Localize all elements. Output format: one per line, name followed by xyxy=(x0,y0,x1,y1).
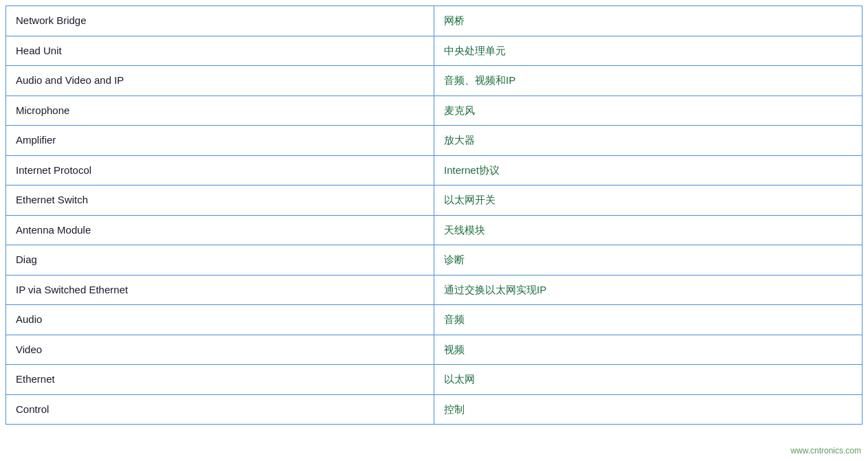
table-row: Network Bridge网桥 xyxy=(6,6,863,36)
chinese-term: 控制 xyxy=(434,394,863,425)
english-term: Video xyxy=(6,335,434,365)
table-row: Audio and Video and IP音频、视频和IP xyxy=(6,66,863,96)
english-term: Ethernet xyxy=(6,365,434,395)
chinese-term: 视频 xyxy=(434,335,863,365)
english-term: Antenna Module xyxy=(6,215,434,245)
chinese-term: 中央处理单元 xyxy=(434,36,863,66)
english-term: Internet Protocol xyxy=(6,155,434,185)
chinese-term: 天线模块 xyxy=(434,215,863,245)
english-term: IP via Switched Ethernet xyxy=(6,275,434,305)
table-container: Network Bridge网桥Head Unit中央处理单元Audio and… xyxy=(0,0,868,445)
chinese-term: 麦克风 xyxy=(434,95,863,126)
chinese-term: 音频 xyxy=(434,305,863,335)
table-row: Antenna Module天线模块 xyxy=(6,215,863,245)
chinese-term: 音频、视频和IP xyxy=(434,66,863,96)
watermark: www.cntronics.com xyxy=(790,446,861,456)
chinese-term: 以太网 xyxy=(434,365,863,395)
table-row: Diag诊断 xyxy=(6,245,863,276)
english-term: Audio xyxy=(6,305,434,335)
english-term: Network Bridge xyxy=(6,6,434,36)
english-term: Head Unit xyxy=(6,36,434,66)
english-term: Amplifier xyxy=(6,126,434,156)
chinese-term: 诊断 xyxy=(434,245,863,276)
translation-table: Network Bridge网桥Head Unit中央处理单元Audio and… xyxy=(5,5,863,425)
chinese-term: 放大器 xyxy=(434,126,863,156)
table-row: Audio音频 xyxy=(6,305,863,335)
table-row: Control控制 xyxy=(6,394,863,425)
chinese-term: Internet协议 xyxy=(434,155,863,185)
table-row: IP via Switched Ethernet通过交换以太网实现IP xyxy=(6,275,863,305)
chinese-term: 网桥 xyxy=(434,6,863,36)
table-row: Ethernet Switch以太网开关 xyxy=(6,185,863,216)
english-term: Ethernet Switch xyxy=(6,185,434,216)
table-row: Microphone麦克风 xyxy=(6,95,863,126)
english-term: Microphone xyxy=(6,95,434,126)
table-row: Ethernet以太网 xyxy=(6,365,863,395)
chinese-term: 以太网开关 xyxy=(434,185,863,216)
english-term: Control xyxy=(6,394,434,425)
english-term: Audio and Video and IP xyxy=(6,66,434,96)
table-row: Video视频 xyxy=(6,335,863,365)
table-row: Internet ProtocolInternet协议 xyxy=(6,155,863,185)
chinese-term: 通过交换以太网实现IP xyxy=(434,275,863,305)
english-term: Diag xyxy=(6,245,434,276)
table-row: Amplifier放大器 xyxy=(6,126,863,156)
table-row: Head Unit中央处理单元 xyxy=(6,36,863,66)
